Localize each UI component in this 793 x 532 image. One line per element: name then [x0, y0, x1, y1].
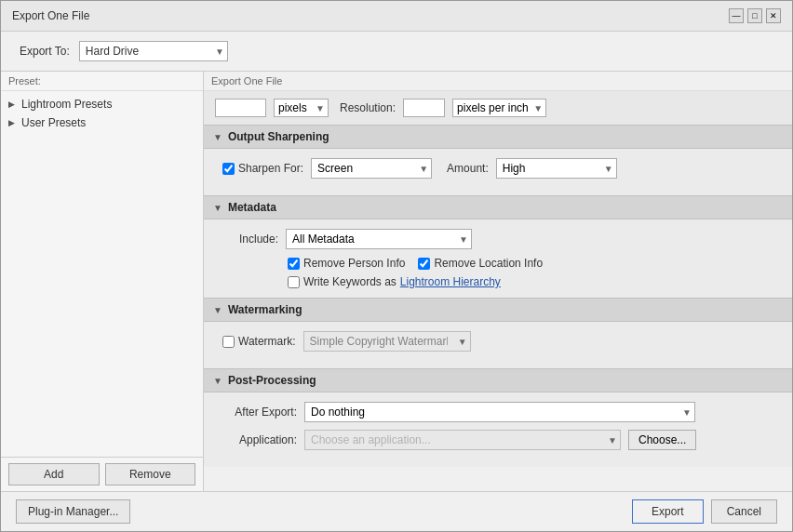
- app-select-wrapper: Choose an application... ▼: [304, 430, 621, 450]
- resolution-input[interactable]: 240: [403, 99, 445, 117]
- watermark-checkbox[interactable]: [222, 336, 235, 348]
- sidebar-content: ▶ Lightroom Presets ▶ User Presets: [1, 91, 203, 457]
- remove-checkboxes-row: Remove Person Info Remove Location Info: [288, 257, 773, 270]
- application-row: Application: Choose an application... ▼ …: [222, 430, 773, 450]
- include-wrapper: All Metadata Copyright Only Copyright & …: [286, 229, 472, 249]
- unit-select[interactable]: pixels inches cm: [274, 99, 329, 117]
- export-to-label: Export To:: [20, 45, 70, 58]
- watermark-label: Watermark:: [238, 335, 296, 348]
- remove-button[interactable]: Remove: [105, 463, 196, 485]
- watermarking-body: Watermark: Simple Copyright Watermark Ed…: [204, 322, 792, 368]
- top-controls-row: 2048 pixels inches cm ▼ Resolution: 240: [204, 91, 792, 125]
- sidebar: Preset: ▶ Lightroom Presets ▶ User Prese…: [1, 72, 204, 491]
- resolution-label: Resolution:: [340, 101, 396, 114]
- app-select[interactable]: Choose an application...: [304, 430, 621, 450]
- export-dialog: Export One File — □ ✕ Export To: Hard Dr…: [0, 0, 793, 532]
- metadata-header: ▼ Metadata: [204, 195, 792, 219]
- sidebar-item-lightroom[interactable]: ▶ Lightroom Presets: [1, 95, 203, 113]
- sharpening-collapse-icon: ▼: [213, 132, 222, 142]
- export-to-select[interactable]: Hard Drive: [79, 41, 228, 61]
- panel-header: Export One File: [204, 72, 792, 91]
- sidebar-label-lightroom: Lightroom Presets: [21, 98, 112, 111]
- watermarking-header: ▼ Watermarking: [204, 298, 792, 322]
- user-arrow-icon: ▶: [8, 118, 21, 127]
- sharpening-body: Sharpen For: Screen Matte Paper Glossy P…: [204, 149, 792, 195]
- res-unit-select[interactable]: pixels per inch pixels per cm: [452, 99, 546, 117]
- sharpening-title: Output Sharpening: [228, 130, 329, 143]
- dialog-title: Export One File: [12, 9, 89, 22]
- post-processing-header: ▼ Post-Processing: [204, 368, 792, 392]
- output-sharpening-section: ▼ Output Sharpening Sharpen For: Screen: [204, 125, 792, 195]
- after-export-select[interactable]: Do nothing Show in Finder Open in Other …: [304, 402, 695, 422]
- sharpen-for-wrapper: Screen Matte Paper Glossy Paper ▼: [311, 158, 432, 179]
- remove-location-text: Remove Location Info: [434, 257, 543, 270]
- sidebar-footer: Add Remove: [1, 457, 203, 491]
- sharpen-checkbox-label[interactable]: Sharpen For:: [222, 162, 303, 175]
- sidebar-label-user: User Presets: [21, 116, 86, 129]
- remove-person-checkbox[interactable]: [288, 258, 300, 270]
- remove-person-text: Remove Person Info: [303, 257, 405, 270]
- sharpen-for-row: Sharpen For: Screen Matte Paper Glossy P…: [222, 158, 773, 179]
- pixel-width-input[interactable]: 2048: [215, 99, 266, 117]
- sharpen-for-select[interactable]: Screen Matte Paper Glossy Paper: [311, 158, 432, 179]
- amount-label: Amount:: [447, 162, 489, 175]
- sharpen-checkbox[interactable]: [222, 163, 235, 175]
- lightroom-arrow-icon: ▶: [8, 100, 21, 109]
- panel-area: Export One File 2048 pixels inches cm ▼ …: [204, 72, 792, 491]
- after-export-row: After Export: Do nothing Show in Finder …: [222, 402, 773, 422]
- export-button[interactable]: Export: [632, 499, 704, 524]
- post-processing-collapse-icon: ▼: [213, 376, 222, 386]
- watermarking-title: Watermarking: [228, 303, 302, 316]
- amount-wrapper: Low Standard High ▼: [496, 158, 617, 179]
- main-content: Preset: ▶ Lightroom Presets ▶ User Prese…: [1, 71, 792, 491]
- write-keywords-label[interactable]: Write Keywords as Lightroom Hierarchy: [288, 275, 773, 288]
- write-keywords-text: Write Keywords as: [303, 275, 396, 288]
- post-processing-title: Post-Processing: [228, 374, 316, 387]
- watermark-select-wrapper: Simple Copyright Watermark Edit Watermar…: [303, 331, 471, 352]
- watermarking-section: ▼ Watermarking Watermark: Simple Copyrig: [204, 298, 792, 368]
- post-processing-body: After Export: Do nothing Show in Finder …: [204, 392, 792, 467]
- sharpen-for-label: Sharpen For:: [238, 162, 303, 175]
- unit-wrapper: pixels inches cm ▼: [274, 99, 329, 117]
- metadata-title: Metadata: [228, 201, 276, 214]
- keywords-row: Write Keywords as Lightroom Hierarchy: [288, 275, 773, 288]
- window-controls: — □ ✕: [729, 8, 781, 23]
- minimize-button[interactable]: —: [729, 8, 744, 23]
- amount-select[interactable]: Low Standard High: [496, 158, 617, 179]
- watermark-checkbox-label[interactable]: Watermark:: [222, 335, 296, 348]
- close-button[interactable]: ✕: [766, 8, 781, 23]
- metadata-section: ▼ Metadata Include: All Metadata Copyrig…: [204, 195, 792, 298]
- choose-button[interactable]: Choose...: [628, 430, 696, 450]
- include-label: Include:: [222, 233, 278, 246]
- output-sharpening-header: ▼ Output Sharpening: [204, 125, 792, 149]
- remove-location-checkbox[interactable]: [418, 258, 430, 270]
- metadata-collapse-icon: ▼: [213, 203, 222, 213]
- scrollable-panel[interactable]: 2048 pixels inches cm ▼ Resolution: 240: [204, 91, 792, 491]
- title-bar: Export One File — □ ✕: [1, 1, 792, 32]
- add-button[interactable]: Add: [8, 463, 100, 485]
- after-export-wrapper: Do nothing Show in Finder Open in Other …: [304, 402, 695, 422]
- cancel-button[interactable]: Cancel: [711, 499, 777, 524]
- dialog-footer: Plug-in Manager... Export Cancel: [1, 491, 792, 531]
- export-to-row: Export To: Hard Drive ▼: [1, 32, 792, 71]
- watermark-row: Watermark: Simple Copyright Watermark Ed…: [222, 331, 773, 352]
- export-to-wrapper: Hard Drive ▼: [79, 41, 228, 61]
- watermarking-collapse-icon: ▼: [213, 305, 222, 315]
- maximize-button[interactable]: □: [747, 8, 762, 23]
- after-export-label: After Export:: [222, 406, 297, 419]
- remove-person-label[interactable]: Remove Person Info: [288, 257, 405, 270]
- sidebar-item-user[interactable]: ▶ User Presets: [1, 113, 203, 132]
- include-row: Include: All Metadata Copyright Only Cop…: [222, 229, 773, 249]
- watermark-select[interactable]: Simple Copyright Watermark Edit Watermar…: [303, 331, 471, 352]
- write-keywords-checkbox[interactable]: [288, 276, 300, 288]
- application-label: Application:: [222, 433, 297, 446]
- post-processing-section: ▼ Post-Processing After Export: Do nothi…: [204, 368, 792, 467]
- preset-label: Preset:: [1, 72, 203, 91]
- res-unit-wrapper: pixels per inch pixels per cm ▼: [452, 99, 546, 117]
- plugin-manager-button[interactable]: Plug-in Manager...: [16, 499, 130, 524]
- remove-location-label[interactable]: Remove Location Info: [418, 257, 543, 270]
- footer-right: Export Cancel: [632, 499, 777, 524]
- metadata-body: Include: All Metadata Copyright Only Cop…: [204, 219, 792, 298]
- lightroom-hierarchy-link[interactable]: Lightroom Hierarchy: [400, 275, 501, 288]
- include-select[interactable]: All Metadata Copyright Only Copyright & …: [286, 229, 472, 249]
